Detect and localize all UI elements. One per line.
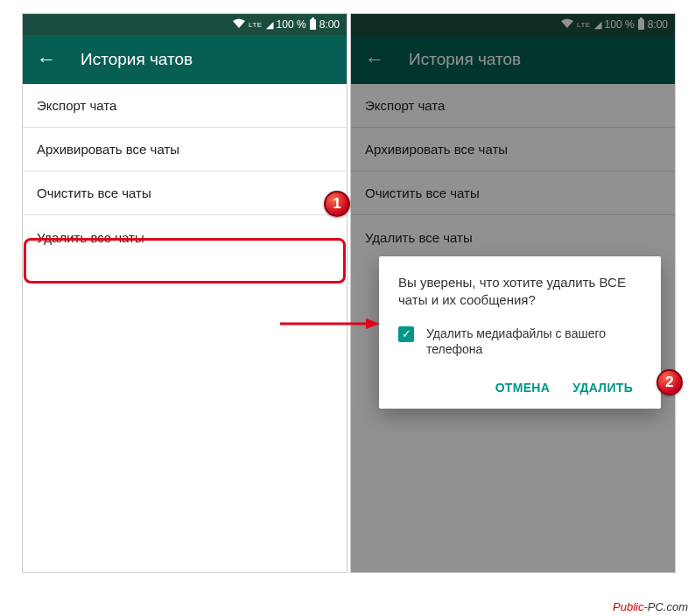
battery-icon: [310, 19, 316, 30]
menu-clear-all[interactable]: Очистить все чаты: [23, 172, 347, 215]
cancel-button[interactable]: ОТМЕНА: [487, 374, 558, 402]
page-title: История чатов: [81, 50, 193, 69]
watermark: Public-PC.com: [613, 600, 688, 614]
confirm-delete-dialog: Вы уверены, что хотите удалить ВСЕ чаты …: [379, 256, 661, 409]
clock: 8:00: [319, 18, 340, 31]
menu-delete-all[interactable]: Удалить все чаты: [23, 215, 347, 259]
dialog-message: Вы уверены, что хотите удалить ВСЕ чаты …: [398, 274, 642, 310]
menu-export-chat[interactable]: Экспорт чата: [23, 84, 347, 128]
battery-percent: 100 %: [277, 18, 306, 31]
checkbox-checked-icon[interactable]: ✓: [398, 326, 414, 342]
menu-clear-label: Очистить все чаты: [37, 186, 151, 200]
arrow-icon: [278, 315, 383, 332]
menu-delete-label: Удалить все чаты: [37, 230, 144, 245]
wifi-icon: [233, 18, 245, 31]
dialog-actions: ОТМЕНА УДАЛИТЬ: [398, 374, 642, 402]
annotation-badge-1: 1: [324, 191, 350, 217]
badge-1-label: 1: [333, 195, 340, 213]
menu-export-label: Экспорт чата: [37, 98, 116, 113]
svg-marker-1: [366, 318, 380, 329]
watermark-part-b: PC.com: [648, 600, 688, 613]
back-icon[interactable]: ←: [37, 48, 56, 71]
checkbox-label: Удалить медиафайлы с вашего телефона: [426, 326, 642, 359]
settings-list: Экспорт чата Архивировать все чаты Очист…: [23, 84, 347, 259]
badge-2-label: 2: [665, 374, 673, 391]
checkbox-row[interactable]: ✓ Удалить медиафайлы с вашего телефона: [398, 326, 642, 359]
signal-icon: [266, 18, 273, 31]
menu-archive-all[interactable]: Архивировать все чаты: [23, 128, 347, 172]
menu-archive-label: Архивировать все чаты: [37, 142, 179, 157]
lte-label: LTE: [249, 21, 263, 29]
delete-button[interactable]: УДАЛИТЬ: [564, 374, 642, 402]
screenshot-left: LTE 100 % 8:00 ← История чатов Экспорт ч…: [22, 13, 348, 573]
screenshot-right: LTE 100 % 8:00 ← История чатов Экспорт ч…: [350, 13, 676, 573]
annotation-badge-2: 2: [656, 369, 683, 396]
app-bar: ← История чатов: [23, 35, 347, 84]
watermark-part-a: Public-: [613, 600, 648, 613]
status-bar: LTE 100 % 8:00: [23, 14, 347, 35]
